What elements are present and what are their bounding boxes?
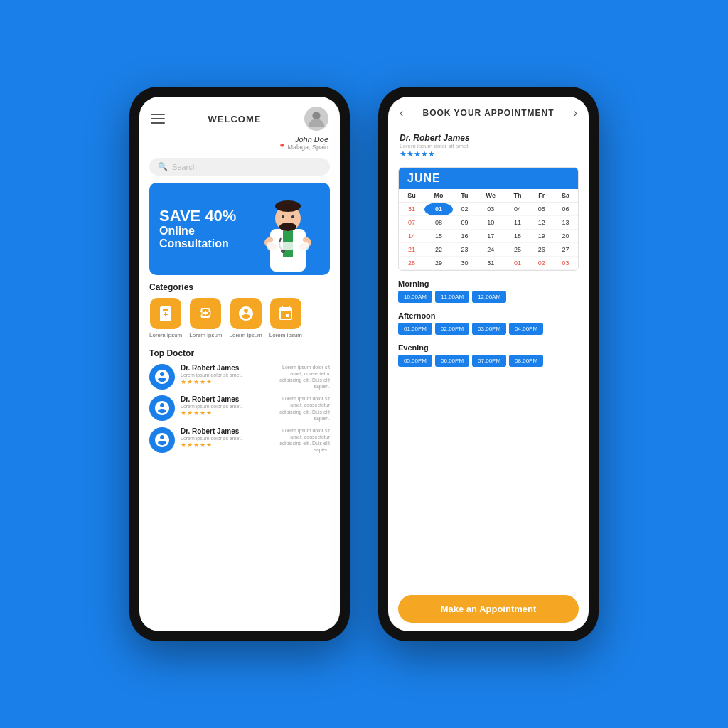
cal-day-31[interactable]: 31 [476,257,505,270]
afternoon-slot-2[interactable]: 03:00PM [472,323,506,335]
avatar[interactable] [304,107,328,131]
calendar-month: JUNE [399,168,578,189]
doctor-avatar-0 [149,364,175,390]
doctor-illustration [256,190,320,268]
phones-container: WELCOME John Doe 📍 Malaga, Spain 🔍 [129,87,599,641]
cal-day-17[interactable]: 17 [476,230,505,243]
cal-day-25[interactable]: 25 [505,243,530,257]
category-item-hospital[interactable]: Lorem ipsum [149,298,182,338]
doctor-info-0: Dr. Robert James Lorem ipsum dolor sit a… [181,364,267,385]
phone-home: WELCOME John Doe 📍 Malaga, Spain 🔍 [129,87,350,641]
top-doctor-title: Top Doctor [149,348,330,358]
doctor-desc-1: Lorem ipsum dolor sit amet. [181,403,267,410]
calendar-body: 31 01 02 03 04 05 06 07 08 09 10 [399,203,578,270]
cal-day-03[interactable]: 03 [476,203,505,216]
category-item-calendar[interactable]: Lorem ipsum [269,298,302,338]
morning-slots: 10:00AM 11:00AM 12:00AM [398,291,579,303]
doctor-item-2[interactable]: Dr. Robert James Lorem ipsum dolor sit a… [149,427,330,453]
cal-day-15[interactable]: 15 [424,230,453,243]
afternoon-slot-3[interactable]: 04:00PM [509,323,543,335]
search-bar[interactable]: 🔍 Search [149,158,330,176]
calendar-week-0: 31 01 02 03 04 05 06 [399,203,578,216]
morning-label: Morning [398,279,579,288]
evening-slot-0[interactable]: 05:00PM [398,355,432,367]
make-appointment-button[interactable]: Make an Appointment [398,595,579,623]
afternoon-slot-0[interactable]: 01:00PM [398,323,432,335]
cal-day-03-next[interactable]: 03 [553,257,578,270]
forward-arrow[interactable]: › [574,107,577,119]
back-arrow[interactable]: ‹ [400,107,403,119]
cal-day-04[interactable]: 04 [505,203,530,216]
category-item-doctor[interactable]: Lorem ipsum [230,298,262,338]
cal-day-29[interactable]: 29 [424,257,453,270]
category-item-medicine[interactable]: Lorem ipsum [189,298,222,338]
morning-section: Morning 10:00AM 11:00AM 12:00AM [388,274,589,306]
cal-day-24[interactable]: 24 [476,243,505,257]
search-icon: 🔍 [158,162,168,171]
cal-day-08[interactable]: 08 [424,216,453,230]
evening-slot-1[interactable]: 06:00PM [435,355,469,367]
afternoon-slots: 01:00PM 02:00PM 03:00PM 04:00PM [398,323,579,335]
appt-title: BOOK YOUR APPOINTMENT [422,108,554,118]
morning-slot-1[interactable]: 11:00AM [435,291,469,303]
cal-day-11[interactable]: 11 [505,216,530,230]
doctor-side-2: Lorem ipsum dolor sit amet, consectetur … [273,427,330,453]
cal-day-13[interactable]: 13 [553,216,578,230]
cal-day-01-active[interactable]: 01 [424,203,453,216]
cal-day-06[interactable]: 06 [553,203,578,216]
cal-day-12[interactable]: 12 [530,216,553,230]
calendar-week-3: 21 22 23 24 25 26 27 [399,243,578,257]
evening-slot-2[interactable]: 07:00PM [472,355,506,367]
cal-day-09[interactable]: 09 [453,216,476,230]
home-title: WELCOME [208,114,262,124]
cal-day-30[interactable]: 30 [453,257,476,270]
cal-day-16[interactable]: 16 [453,230,476,243]
afternoon-label: Afternoon [398,311,579,320]
promo-consult: Consultation [159,237,236,250]
cal-day-21[interactable]: 21 [399,243,424,257]
categories-section: Categories Lorem ipsum Lorem i [139,275,340,343]
doctor-name-2: Dr. Robert James [181,427,267,435]
day-header-mo: Mo [424,189,453,203]
cal-day-02-next[interactable]: 02 [530,257,553,270]
cal-day-07[interactable]: 07 [399,216,424,230]
doctor-item-1[interactable]: Dr. Robert James Lorem ipsum dolor sit a… [149,395,330,421]
doctor-avatar-2 [149,427,175,453]
appt-doctor-info: Dr. Robert James Lorem ipsum dolor sit a… [388,127,589,164]
cal-day-28[interactable]: 28 [399,257,424,270]
day-header-we: We [476,189,505,203]
cal-day-02[interactable]: 02 [453,203,476,216]
doctor-item-0[interactable]: Dr. Robert James Lorem ipsum dolor sit a… [149,364,330,390]
cal-day-26[interactable]: 26 [530,243,553,257]
morning-slot-0[interactable]: 10:00AM [398,291,432,303]
home-screen: WELCOME John Doe 📍 Malaga, Spain 🔍 [139,97,340,631]
menu-button[interactable] [151,114,165,124]
day-header-fr: Fr [530,189,553,203]
appt-doctor-stars: ★★★★★ [400,149,577,159]
cal-day-05[interactable]: 05 [530,203,553,216]
appt-btn-container: Make an Appointment [388,587,589,631]
cal-day-27[interactable]: 27 [553,243,578,257]
cal-day-10[interactable]: 10 [476,216,505,230]
location-icon: 📍 [278,144,286,151]
cal-day-14[interactable]: 14 [399,230,424,243]
morning-slot-2[interactable]: 12:00AM [472,291,506,303]
cal-day-22[interactable]: 22 [424,243,453,257]
doctor-icon-box [230,298,262,329]
cal-day-23[interactable]: 23 [453,243,476,257]
cal-day-01-next[interactable]: 01 [505,257,530,270]
calendar-week-2: 14 15 16 17 18 19 20 [399,230,578,243]
cal-day-20[interactable]: 20 [553,230,578,243]
category-label-0: Lorem ipsum [149,332,182,338]
doctor-side-1: Lorem ipsum dolor sit amet, consectetur … [273,395,330,421]
hospital-icon-box [150,298,181,329]
svg-point-5 [279,223,296,231]
promo-banner: SAVE 40% Online Consultation [149,183,330,275]
afternoon-slot-1[interactable]: 02:00PM [435,323,469,335]
cal-day-19[interactable]: 19 [530,230,553,243]
cal-day-18[interactable]: 18 [505,230,530,243]
cal-day-31-prev[interactable]: 31 [399,203,424,216]
evening-slot-3[interactable]: 08:00PM [509,355,543,367]
calendar-header-row: Su Mo Tu We Th Fr Sa [399,189,578,203]
user-location: 📍 Malaga, Spain [139,144,328,151]
